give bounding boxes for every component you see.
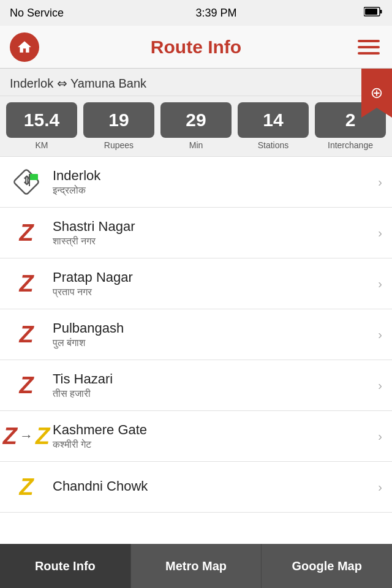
status-bar: No Service 3:39 PM [0,0,392,26]
stat-min-label: Min [189,140,203,150]
tab-route-info-label: Route Info [35,559,96,573]
tab-bar: Route Info Metro Map Google Map [0,544,392,588]
route-header: Inderlok ⇔ Yamuna Bank [0,69,392,96]
stat-rupees-label: Rupees [104,140,134,150]
svg-rect-2 [365,9,377,15]
station-name-hi: पुल बंगाश [53,337,373,349]
station-row[interactable]: Z → Z Kashmere Gate कश्मीरी गेट › [0,411,392,462]
chevron-right-icon: › [378,379,382,393]
station-row[interactable]: Z Pulbangash पुल बंगाश › [0,309,392,360]
home-button[interactable] [10,32,39,62]
chevron-right-icon: › [378,175,382,189]
station-names: Shastri Nagar शास्त्री नगर [53,219,373,247]
tab-google-map-label: Google Map [292,559,361,573]
station-name-hi: कश्मीरी गेट [53,439,373,450]
station-names: Inderlok इन्द्रलोक [53,168,373,196]
metro-red-icon: Z [10,216,43,249]
station-name-hi: इन्द्रलोक [53,185,373,196]
stats-row: 15.4 KM 19 Rupees 29 Min 14 Stations 2 I… [0,96,392,156]
interchange-icon: Z → Z [10,420,43,453]
station-name-en: Chandni Chowk [53,478,373,494]
station-name-en: Shastri Nagar [53,219,373,235]
station-name-en: Pratap Nagar [53,270,373,285]
station-row[interactable]: ⇕ Inderlok इन्द्रलोक › [0,157,392,208]
station-name-hi: प्रताप नगर [53,287,373,298]
station-name-en: Pulbangash [53,320,373,336]
stat-km: 15.4 KM [6,102,77,150]
station-row[interactable]: Z Chandni Chowk › [0,462,392,513]
station-name-hi: शास्त्री नगर [53,236,373,247]
metro-red-icon: Z [10,318,43,351]
stat-rupees: 19 Rupees [83,102,154,150]
stat-km-value: 15.4 [6,102,77,138]
tab-route-info[interactable]: Route Info [0,544,131,588]
stat-stations-value: 14 [238,102,309,138]
station-row[interactable]: Z Tis Hazari तीस हजारी › [0,360,392,411]
chevron-right-icon: › [378,429,382,443]
time-display: 3:39 PM [195,7,236,20]
battery-icon [364,7,382,20]
svg-rect-1 [380,10,382,13]
stat-interchange: 2 Interchange [315,102,386,150]
station-row[interactable]: Z Shastri Nagar शास्त्री नगर › [0,208,392,258]
stat-min: 29 Min [160,102,232,150]
station-names: Chandni Chowk [53,478,373,496]
station-names: Kashmere Gate कश्मीरी गेट [53,422,373,450]
tab-google-map[interactable]: Google Map [262,544,392,588]
stat-min-value: 29 [160,102,232,138]
stat-rupees-value: 19 [83,102,154,138]
start-station-icon: ⇕ [10,165,43,198]
chevron-right-icon: › [378,328,382,342]
station-names: Pratap Nagar प्रताप नगर [53,270,373,298]
station-name-hi: तीस हजारी [53,388,373,399]
metro-yellow-icon: Z [10,470,43,503]
chevron-right-icon: › [378,480,382,494]
carrier-text: No Service [10,7,64,20]
nav-bar: Route Info [0,26,392,69]
station-names: Pulbangash पुल बंगाश [53,320,373,349]
stat-km-label: KM [36,140,48,150]
tab-metro-map[interactable]: Metro Map [131,544,262,588]
stat-interchange-label: Interchange [328,140,373,150]
chevron-right-icon: › [378,277,382,291]
chevron-right-icon: › [378,226,382,240]
stat-stations-label: Stations [258,140,289,150]
metro-red-icon: Z [10,267,43,300]
route-label: Inderlok ⇔ Yamuna Bank [10,77,146,90]
station-row[interactable]: Z Pratap Nagar प्रताप नगर › [0,258,392,309]
page-title: Route Info [151,37,241,58]
station-name-en: Inderlok [53,168,373,184]
metro-red-icon: Z [10,369,43,402]
station-name-en: Tis Hazari [53,371,373,387]
stations-list: ⇕ Inderlok इन्द्रलोक › Z Shastri Nagar श… [0,156,392,587]
stat-stations: 14 Stations [238,102,309,150]
svg-rect-8 [29,174,38,180]
station-names: Tis Hazari तीस हजारी [53,371,373,399]
menu-button[interactable] [358,35,382,59]
tab-metro-map-label: Metro Map [165,559,227,573]
station-name-en: Kashmere Gate [53,422,373,438]
